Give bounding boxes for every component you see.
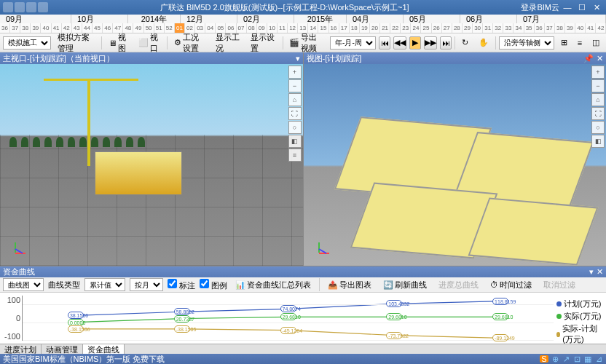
nav-3d-icon[interactable]: ↻ [458,36,472,50]
timeline-day[interactable]: 17 [339,23,350,33]
panel-close-icon[interactable]: ✕ [597,267,603,277]
cloud-login[interactable]: 登录BIM云 [521,2,559,13]
time-filter-button[interactable]: ⏱时间过滤 [487,277,535,292]
timeline-day[interactable]: 26 [432,23,442,33]
timeline-day[interactable]: 35 [524,23,535,33]
vp-home-icon[interactable]: ⌂ [591,93,605,106]
play-button[interactable]: ▶ [409,36,421,50]
export-video-button[interactable]: 🎬导出视频 [286,36,327,50]
redo-icon[interactable] [38,2,48,12]
export-chart-button[interactable]: 📤导出图表 [324,277,375,292]
timeline-day[interactable]: 19 [360,23,370,33]
viewport-button[interactable]: ⬜视口 [135,36,164,50]
timeline-day[interactable]: 22 [390,23,401,33]
first-button[interactable]: ⏮ [379,36,390,50]
vp-close-icon[interactable]: ✕ [597,54,603,63]
status-left-text[interactable]: 美国国家BIM标准（NBIMS）第一版 免费下载 [3,354,165,365]
next-button[interactable]: ▶▶ [424,36,437,50]
timeline-day[interactable]: 52 [165,23,175,33]
timeline-day[interactable]: 42 [596,23,606,33]
viewport-secondary-scene[interactable]: + − ⌂ ⛶ ○ ◧ [304,64,607,266]
axis-gizmo[interactable] [308,240,330,261]
timeline-day[interactable]: 18 [350,23,360,33]
minimize-icon[interactable]: — [561,2,574,12]
timeline-day[interactable]: 31 [483,23,493,33]
undo-icon[interactable] [26,2,36,12]
timeline-day[interactable]: 30 [473,23,483,33]
vp-zoom-out-icon[interactable]: − [288,79,302,92]
close-icon[interactable]: ✕ [590,2,603,12]
timeline-day[interactable]: 41 [586,23,596,33]
timeline[interactable]: 09月 10月 2014年 12月 02月 2015年 04月 05月 06月 … [0,15,606,33]
view-button[interactable]: 🖥视图 [105,36,132,50]
vp-fit-icon[interactable]: ⛶ [288,107,302,120]
timeline-day[interactable]: 37 [545,23,555,33]
timeline-day[interactable]: 36 [535,23,545,33]
viewport-main-scene[interactable]: + − ⌂ ⛶ ○ ◧ ≡ [0,64,303,266]
status-tab[interactable]: 动画管理 [42,344,83,354]
timeline-day[interactable]: 46 [103,23,113,33]
prev-button[interactable]: ◀◀ [393,36,406,50]
progress-cost-button[interactable]: 进度总曲线 [435,277,482,292]
status-tab[interactable]: 资金曲线 [83,344,125,354]
timeline-day[interactable]: 39 [565,23,575,33]
timeline-day[interactable]: 23 [401,23,411,33]
vp-zoom-in-icon[interactable]: + [591,66,605,79]
pan-icon[interactable]: ✋ [475,36,492,50]
panel-dropdown-icon[interactable]: ▾ [589,267,594,277]
timeline-day[interactable]: 34 [513,23,524,33]
timeline-day[interactable]: 25 [421,23,431,33]
status-icon[interactable]: ⊕ [551,355,559,363]
vp-pin-icon[interactable]: 📌 [583,54,594,63]
vp-fit-icon[interactable]: ⛶ [591,107,605,120]
timeline-day[interactable]: 28 [452,23,463,33]
vp-zoom-out-icon[interactable]: − [591,79,605,92]
cancel-filter-button[interactable]: 取消过滤 [540,277,579,292]
timeline-day[interactable]: 40 [575,23,586,33]
display-settings-button[interactable]: 显示设置 [247,36,279,50]
cumulative-select[interactable]: 累计值 [84,278,125,291]
save-icon[interactable] [15,2,25,12]
timeline-day[interactable]: 38 [555,23,565,33]
status-icon[interactable]: ⊿ [594,355,603,363]
last-button[interactable]: ⏭ [440,36,452,50]
timeline-day[interactable]: 40 [41,23,51,33]
refresh-button[interactable]: 🔄刷新曲线 [379,277,430,292]
timeline-day[interactable]: 12 [288,23,298,33]
vp-zoom-in-icon[interactable]: + [288,66,302,79]
timeline-day[interactable]: 37 [10,23,20,33]
chart-area[interactable]: 1000-100 38.150658.889274.8074103.433211… [0,293,555,351]
timeline-day[interactable]: 11 [278,23,288,33]
timeline-day[interactable]: 04 [205,23,216,33]
vp-tool-icon[interactable]: ○ [591,121,605,134]
timeline-day[interactable]: 27 [442,23,452,33]
vp-tool-icon[interactable]: ○ [288,121,302,134]
scheme-mgmt-button[interactable]: 模拟方案管理 [54,36,98,50]
cube-icon[interactable]: ◫ [589,36,603,50]
vp-dropdown-icon[interactable]: ▾ [296,54,300,63]
sim-settings-button[interactable]: ⚙工况设置 [170,36,210,50]
status-icon[interactable]: ▦ [583,355,592,363]
status-icon[interactable]: S [540,355,548,363]
timeline-day[interactable]: 49 [133,23,143,33]
timeline-day[interactable]: 24 [411,23,421,33]
status-icon[interactable]: ⊡ [572,355,581,363]
chart-type-select[interactable]: 曲线图 [3,278,44,291]
timeline-day[interactable]: 20 [370,23,380,33]
vp-tool-icon[interactable]: ◧ [288,135,302,148]
legend-checkbox[interactable]: 图例 [200,279,227,291]
vp-tool-icon[interactable]: ◧ [591,135,605,148]
vp-home-icon[interactable]: ⌂ [288,93,302,106]
timeline-day[interactable]: 16 [329,23,339,33]
grid-icon[interactable]: ⊞ [557,36,571,50]
status-tab[interactable]: 进度计划 [0,344,42,354]
display-works-button[interactable]: 显示工况 [212,36,244,50]
annotate-checkbox[interactable]: 标注 [168,279,195,291]
timeline-day[interactable]: 36 [0,23,10,33]
summary-button[interactable]: 📊资金曲线汇总列表 [232,277,315,292]
by-month-select[interactable]: 按月 [130,278,163,291]
vp-tool-icon[interactable]: ≡ [288,149,302,162]
timeline-day[interactable]: 29 [463,23,473,33]
timeline-day[interactable]: 38 [20,23,31,33]
timeline-day[interactable]: 21 [380,23,390,33]
